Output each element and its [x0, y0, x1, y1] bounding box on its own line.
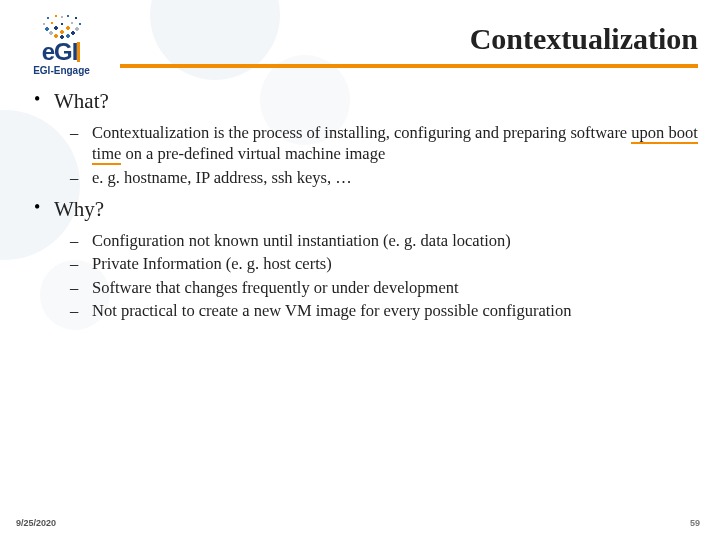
bullet-text: Not practical to create a new VM image f…: [92, 301, 571, 320]
logo-dots-icon: [22, 12, 102, 40]
egi-logo: eGI EGI-Engage: [14, 12, 109, 76]
bullet-text: Private Information (e. g. host certs): [92, 254, 332, 273]
title-underline: [120, 64, 698, 68]
bullet-level2: Software that changes frequently or unde…: [84, 277, 698, 298]
bullet-label: Why?: [54, 197, 104, 221]
footer-date: 9/25/2020: [16, 518, 56, 528]
bullet-level2: e. g. hostname, IP address, ssh keys, …: [84, 167, 698, 188]
bullet-level2: Not practical to create a new VM image f…: [84, 300, 698, 321]
bullet-text: Software that changes frequently or unde…: [92, 278, 459, 297]
bullet-text: Configuration not known until instantiat…: [92, 231, 511, 250]
bullet-level2: Private Information (e. g. host certs): [84, 253, 698, 274]
bullet-level2: Contextualization is the process of inst…: [84, 122, 698, 165]
logo-text: eGI: [14, 41, 109, 63]
bullet-text: on a pre-defined virtual machine image: [121, 144, 385, 163]
logo-subtext: EGI-Engage: [14, 65, 109, 76]
bullet-level1: Why?Configuration not known until instan…: [46, 196, 698, 321]
bullet-label: What?: [54, 89, 109, 113]
slide-title: Contextualization: [470, 22, 698, 56]
bullet-level2: Configuration not known until instantiat…: [84, 230, 698, 251]
bullet-text: e. g. hostname, IP address, ssh keys, …: [92, 168, 352, 187]
footer-page-number: 59: [690, 518, 700, 528]
bullet-text: Contextualization is the process of inst…: [92, 123, 631, 142]
slide-content: What?Contextualization is the process of…: [28, 88, 698, 330]
bullet-level1: What?Contextualization is the process of…: [46, 88, 698, 188]
